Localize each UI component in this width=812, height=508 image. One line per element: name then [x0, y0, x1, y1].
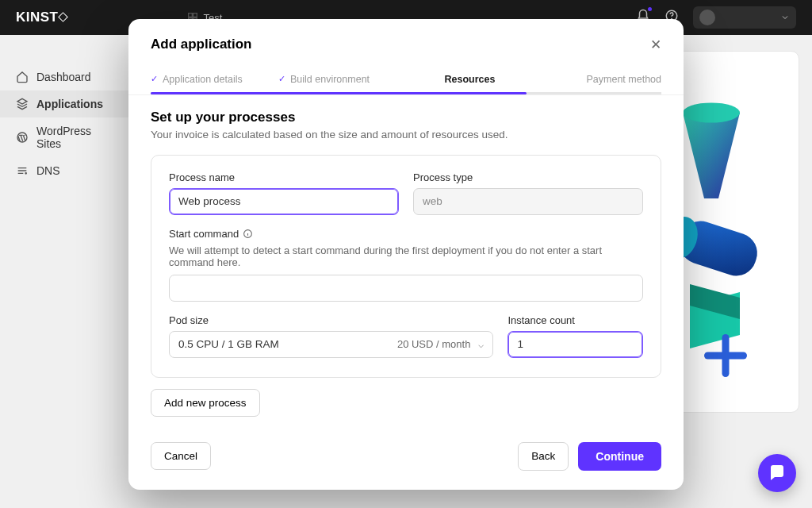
sidebar-item-label: Dashboard [36, 71, 91, 83]
chevron-down-icon: ⌵ [478, 339, 484, 350]
cancel-button[interactable]: Cancel [151, 442, 211, 470]
user-menu[interactable] [693, 6, 796, 29]
pod-size-price: 20 USD / month [397, 338, 471, 350]
pod-size-value: 0.5 CPU / 1 GB RAM [178, 338, 279, 350]
process-type-label: Process type [413, 171, 643, 183]
brand-logo[interactable]: KINST [16, 10, 67, 25]
avatar [699, 10, 715, 25]
pod-size-label: Pod size [169, 314, 493, 326]
pod-size-select[interactable]: 0.5 CPU / 1 GB RAM 20 USD / month ⌵ [169, 331, 493, 358]
layers-icon [16, 98, 29, 110]
step-build-environment[interactable]: Build environment [278, 64, 406, 94]
sidebar-item-dashboard[interactable]: Dashboard [0, 64, 131, 90]
add-application-modal: Add application ✕ Application details Bu… [128, 19, 684, 490]
start-command-label: Start command [169, 228, 643, 240]
sidebar-item-label: DNS [36, 164, 60, 177]
intercom-launcher[interactable] [758, 454, 796, 492]
process-type-input [413, 188, 643, 215]
home-icon [16, 71, 29, 83]
info-icon[interactable] [243, 229, 253, 239]
instance-count-label: Instance count [508, 314, 643, 326]
process-card: Process name Process type Start command … [151, 155, 661, 378]
dns-icon [16, 164, 29, 177]
svg-point-7 [25, 173, 26, 174]
add-process-button[interactable]: Add new process [151, 389, 260, 417]
step-tabs: Application details Build environment Re… [128, 64, 684, 95]
section-heading: Set up your processes [151, 110, 661, 125]
sidebar-item-applications[interactable]: Applications [0, 90, 131, 117]
step-payment-method[interactable]: Payment method [534, 64, 661, 94]
chat-icon [768, 464, 787, 483]
start-command-input[interactable] [169, 275, 643, 302]
step-resources[interactable]: Resources [406, 64, 534, 94]
step-application-details[interactable]: Application details [151, 64, 278, 94]
continue-button[interactable]: Continue [578, 442, 661, 471]
section-subtext: Your invoice is calculated based on the … [151, 129, 661, 140]
sidebar-item-label: WordPress Sites [36, 125, 115, 150]
instance-count-input[interactable] [508, 331, 643, 358]
svg-point-8 [683, 102, 740, 122]
svg-rect-1 [193, 13, 197, 17]
chevron-down-icon [780, 13, 790, 22]
sidebar-item-label: Applications [36, 98, 103, 110]
modal-title: Add application [151, 37, 252, 52]
process-name-label: Process name [169, 171, 399, 183]
sidebar-item-dns[interactable]: DNS [0, 157, 131, 184]
sidebar: Dashboard Applications WordPress Sites D… [0, 35, 131, 508]
start-command-hint: We will attempt to detect a start comman… [169, 244, 643, 268]
wordpress-icon [16, 131, 29, 144]
svg-rect-0 [188, 13, 192, 17]
process-name-input[interactable] [169, 188, 399, 215]
close-icon[interactable]: ✕ [650, 37, 661, 53]
sidebar-item-wordpress[interactable]: WordPress Sites [0, 117, 131, 157]
back-button[interactable]: Back [518, 442, 569, 471]
